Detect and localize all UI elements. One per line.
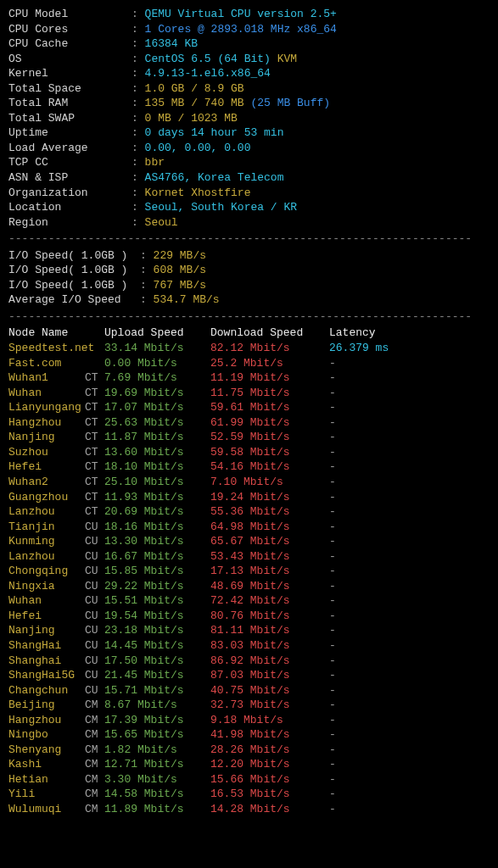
sys-row: Organization: Kornet Xhostfire — [8, 186, 490, 201]
upload-speed: 15.71 Mbit/s — [104, 683, 210, 698]
node-tag: CM — [85, 727, 104, 743]
latency: - — [329, 580, 336, 593]
node-tag: CU — [85, 549, 104, 565]
upload-speed: 16.67 Mbit/s — [104, 549, 210, 565]
node-name: Kunming — [8, 534, 85, 549]
latency: - — [329, 460, 336, 473]
download-speed: 64.98 Mbit/s — [210, 520, 329, 535]
node-name: Hefei — [8, 609, 85, 624]
download-speed: 28.26 Mbit/s — [210, 743, 329, 758]
latency: - — [329, 446, 336, 459]
node-name: Beijing — [8, 698, 85, 713]
sys-value: 0 days 14 hour 53 min — [145, 126, 284, 139]
node-tag: CT — [85, 370, 104, 386]
sys-value: 0 MB / 1023 MB — [145, 112, 238, 125]
latency: - — [329, 698, 336, 711]
sys-label: Region — [8, 215, 131, 231]
sys-value: 0.00, 0.00, 0.00 — [145, 142, 251, 154]
sys-value: 16384 KB — [145, 37, 198, 50]
download-speed: 55.36 Mbit/s — [210, 504, 329, 520]
sys-label: ASN & ISP — [8, 170, 131, 186]
sys-row: CPU Cache: 16384 KB — [8, 36, 490, 52]
upload-speed: 15.85 Mbit/s — [104, 564, 210, 579]
sys-row: CPU Model: QEMU Virtual CPU version 2.5+ — [8, 7, 490, 22]
download-speed: 17.13 Mbit/s — [210, 564, 329, 579]
table-row: ShangHaiCU14.45 Mbit/s83.03 Mbit/s- — [8, 638, 490, 654]
download-speed: 48.69 Mbit/s — [210, 579, 329, 594]
sys-label: CPU Model — [8, 7, 131, 22]
latency: - — [329, 654, 336, 667]
table-row: ShenyangCM1.82 Mbit/s28.26 Mbit/s- — [8, 743, 490, 758]
sys-value: Seoul — [145, 216, 178, 229]
io-label: I/O Speed( 1.0GB ) — [8, 248, 140, 264]
node-name: Hefei — [8, 459, 85, 475]
table-row: ChangchunCU15.71 Mbit/s40.75 Mbit/s- — [8, 683, 490, 698]
latency: - — [329, 609, 336, 622]
node-name: Chongqing — [8, 564, 85, 579]
download-speed: 82.12 Mbit/s — [210, 341, 329, 356]
upload-speed: 20.69 Mbit/s — [104, 504, 210, 520]
upload-speed: 18.16 Mbit/s — [104, 520, 210, 535]
node-name: Hetian — [8, 772, 85, 787]
table-row: WuhanCT19.69 Mbit/s11.75 Mbit/s- — [8, 386, 490, 401]
io-row: Average I/O Speed: 534.7 MB/s — [8, 292, 490, 308]
upload-speed: 13.60 Mbit/s — [104, 445, 210, 460]
colon: : — [131, 201, 145, 214]
sys-value-suffix: KVM — [271, 53, 297, 65]
sys-label: TCP CC — [8, 155, 131, 170]
node-tag: CM — [85, 787, 104, 802]
colon: : — [131, 112, 145, 125]
node-tag: CT — [85, 504, 104, 520]
download-speed: 9.18 Mbit/s — [210, 713, 329, 728]
sys-label: Total RAM — [8, 96, 131, 111]
node-tag: CM — [85, 713, 104, 728]
io-speed-block: I/O Speed( 1.0GB ): 229 MB/sI/O Speed( 1… — [8, 248, 490, 308]
node-tag: CT — [85, 400, 104, 415]
table-row: NingboCM15.65 Mbit/s41.98 Mbit/s- — [8, 727, 490, 743]
latency: - — [329, 357, 336, 370]
upload-speed: 3.30 Mbit/s — [104, 772, 210, 787]
node-name: Shanghai — [8, 654, 85, 669]
node-tag: CU — [85, 579, 104, 594]
latency: - — [329, 387, 336, 399]
table-row: Wuhan1CT7.69 Mbit/s11.19 Mbit/s- — [8, 370, 490, 386]
node-tag: CM — [85, 698, 104, 713]
colon: : — [131, 53, 145, 65]
sys-row: OS: CentOS 6.5 (64 Bit) KVM — [8, 52, 490, 67]
io-row: I/O Speed( 1.0GB ): 229 MB/s — [8, 248, 490, 264]
node-tag: CU — [85, 609, 104, 624]
colon: : — [140, 279, 154, 292]
download-speed: 81.11 Mbit/s — [210, 623, 329, 638]
upload-speed: 11.89 Mbit/s — [104, 802, 210, 817]
colon: : — [131, 156, 145, 169]
node-tag: CU — [85, 593, 104, 609]
colon: : — [131, 216, 145, 229]
latency: - — [329, 491, 336, 504]
node-tag: CU — [85, 623, 104, 638]
colon: : — [131, 37, 145, 50]
download-speed: 15.66 Mbit/s — [210, 772, 329, 787]
upload-speed: 17.50 Mbit/s — [104, 654, 210, 669]
sys-label: Uptime — [8, 125, 131, 141]
io-value: 608 MB/s — [154, 264, 206, 276]
node-name: Nanjing — [8, 430, 85, 445]
colon: : — [131, 82, 145, 95]
colon: : — [131, 67, 145, 80]
download-speed: 11.75 Mbit/s — [210, 386, 329, 401]
node-tag: CU — [85, 520, 104, 535]
node-tag: CT — [85, 490, 104, 505]
node-tag: CT — [85, 475, 104, 490]
download-speed: 72.42 Mbit/s — [210, 593, 329, 609]
latency: - — [329, 787, 336, 800]
table-row: KunmingCU13.30 Mbit/s65.67 Mbit/s- — [8, 534, 490, 549]
node-tag: CT — [85, 386, 104, 401]
upload-speed: 12.71 Mbit/s — [104, 757, 210, 772]
upload-speed: 18.10 Mbit/s — [104, 459, 210, 475]
io-value: 229 MB/s — [154, 249, 206, 262]
upload-speed: 19.69 Mbit/s — [104, 386, 210, 401]
node-name: Kashi — [8, 757, 85, 772]
sys-value: QEMU Virtual CPU version 2.5+ — [145, 8, 337, 20]
upload-speed: 23.18 Mbit/s — [104, 623, 210, 638]
download-speed: 16.53 Mbit/s — [210, 787, 329, 802]
download-speed: 41.98 Mbit/s — [210, 727, 329, 743]
